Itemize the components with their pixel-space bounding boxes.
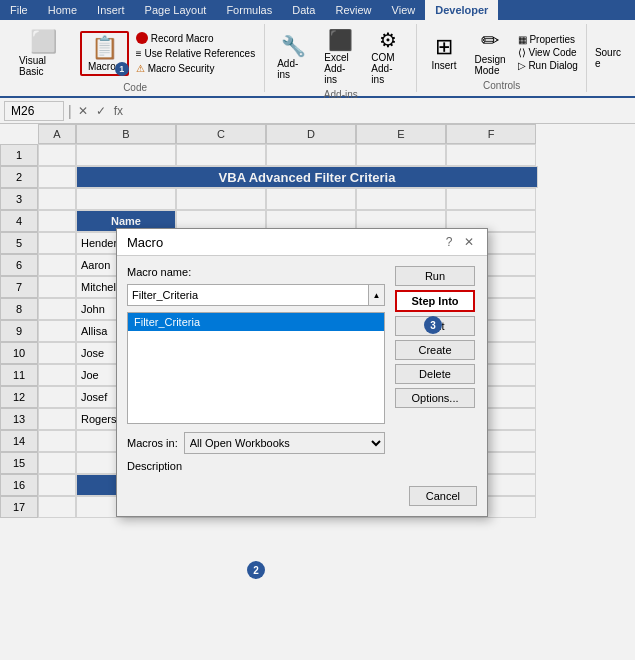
dialog-title: Macro [127,235,163,250]
badge-2: 2 [247,561,265,579]
create-button[interactable]: Create [395,340,475,360]
description-label: Description [127,460,385,472]
dialog-body: Macro name: ▲ Filter_Criteria 2 Macros [117,256,487,482]
macro-name-scroll-up[interactable]: ▲ [368,285,384,305]
step-into-button[interactable]: Step Into [395,290,475,312]
macros-in-label: Macros in: [127,437,178,449]
badge-3: 3 [424,316,442,334]
options-button[interactable]: Options... [395,388,475,408]
dialog-help-button[interactable]: ? [441,234,457,250]
macro-name-input[interactable] [128,285,368,305]
dialog-footer: Cancel [117,482,487,516]
macros-in-select[interactable]: All Open Workbooks [184,432,385,454]
dialog-left-section: Macro name: ▲ Filter_Criteria 2 Macros [127,266,385,472]
dialog-titlebar: Macro ? ✕ [117,229,487,256]
macro-list[interactable]: Filter_Criteria [127,312,385,424]
dialog-titlebar-controls: ? ✕ [441,234,477,250]
cancel-button[interactable]: Cancel [409,486,477,506]
macro-list-item-filter[interactable]: Filter_Criteria [128,313,384,331]
macro-dialog: Macro ? ✕ Macro name: ▲ [116,228,488,517]
dialog-close-button[interactable]: ✕ [461,234,477,250]
macro-name-input-container: ▲ [127,284,385,306]
macro-name-label: Macro name: [127,266,385,278]
dialog-overlay: Macro ? ✕ Macro name: ▲ [0,0,635,660]
dialog-right-section: Run Step Into Edit Create Delete Options… [395,266,477,472]
delete-button[interactable]: Delete [395,364,475,384]
run-button[interactable]: Run [395,266,475,286]
macros-in-row: Macros in: All Open Workbooks [127,432,385,454]
